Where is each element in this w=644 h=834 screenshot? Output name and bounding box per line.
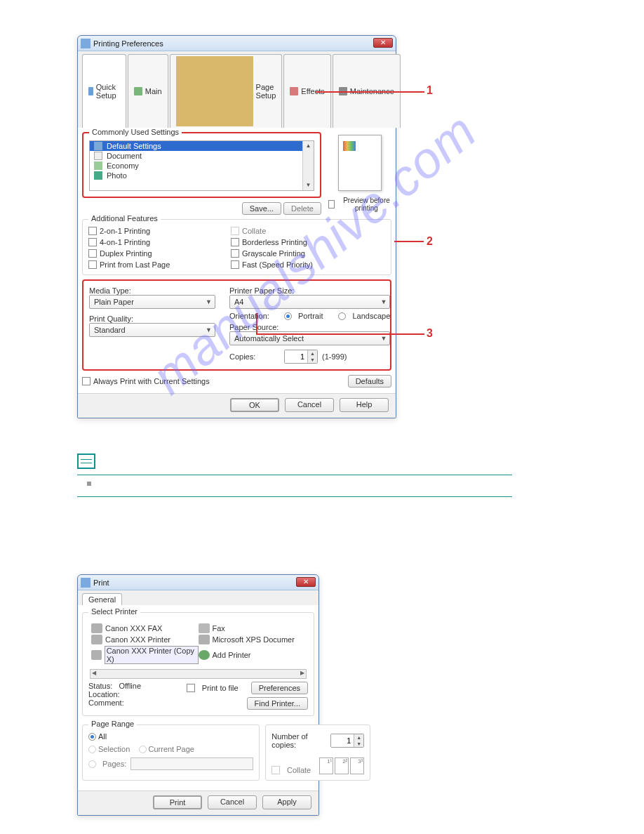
- callout-3: 3: [427, 327, 433, 340]
- label-fast: Fast (Speed Priority): [242, 260, 313, 269]
- item-icon: [94, 152, 102, 160]
- close-icon[interactable]: ✕: [296, 577, 316, 587]
- copies-input[interactable]: [285, 350, 307, 363]
- status-value: Offline: [119, 682, 141, 690]
- chk-always-print[interactable]: [82, 377, 90, 385]
- titlebar: Print ✕: [78, 575, 318, 590]
- printer-item-selected[interactable]: Canon XXX Printer (Copy X): [91, 645, 199, 665]
- copies-group: Number of copies: ▲▼ Collate 1¹ 2²: [265, 724, 370, 781]
- callout-2: 2: [427, 235, 433, 248]
- settings-listbox[interactable]: Default Settings Document Economy Photo …: [89, 140, 314, 191]
- list-item-economy[interactable]: Economy: [90, 161, 302, 171]
- printer-item[interactable]: Microsoft XPS Documer: [199, 634, 306, 645]
- help-button[interactable]: Help: [340, 398, 389, 412]
- radio-all[interactable]: [88, 733, 96, 741]
- tab-general[interactable]: General: [82, 593, 122, 605]
- list-item-photo[interactable]: Photo: [90, 171, 302, 180]
- num-copies-input[interactable]: [331, 734, 354, 747]
- label-landscape: Landscape: [352, 312, 390, 320]
- print-button[interactable]: Print: [153, 795, 202, 809]
- label-collate: Collate: [287, 766, 311, 774]
- num-copies-spinner[interactable]: ▲▼: [330, 734, 364, 748]
- pages-input: [130, 757, 253, 770]
- cancel-button[interactable]: Cancel: [208, 795, 257, 809]
- chk-2on1[interactable]: [88, 227, 97, 235]
- delete-button[interactable]: Delete: [283, 202, 321, 215]
- tab-main[interactable]: Main: [128, 54, 168, 128]
- location-label: Location:: [88, 690, 187, 699]
- preview-label: Preview before printing: [342, 197, 391, 212]
- label-selection: Selection: [98, 745, 130, 753]
- label-current: Current Page: [149, 745, 194, 753]
- paper-size-select[interactable]: A4▼: [229, 295, 390, 309]
- label-portrait: Portrait: [298, 312, 323, 320]
- apply-button[interactable]: Apply: [262, 795, 311, 809]
- radio-selection: [88, 746, 96, 753]
- preview-icon: [338, 135, 382, 191]
- additional-features-group: Additional Features 2-on-1 Printing 4-on…: [82, 219, 391, 275]
- comment-label: Comment:: [88, 699, 187, 707]
- tab-quick-setup[interactable]: Quick Setup: [82, 54, 126, 128]
- printer-item[interactable]: Canon XXX Printer: [91, 634, 199, 645]
- printer-icon: [91, 650, 102, 660]
- group-legend: Select Printer: [88, 607, 140, 616]
- label-duplex: Duplex Printing: [100, 249, 152, 258]
- media-type-label: Media Type:: [89, 286, 215, 295]
- media-type-select[interactable]: Plain Paper▼: [89, 295, 215, 309]
- label-lastpage: Print from Last Page: [100, 260, 170, 269]
- printer-item[interactable]: Fax: [199, 623, 306, 634]
- close-icon[interactable]: ✕: [373, 38, 393, 48]
- radio-portrait[interactable]: [284, 312, 292, 320]
- printer-icon: [91, 623, 102, 633]
- chk-print-to-file[interactable]: [187, 684, 195, 692]
- group-legend: Commonly Used Settings: [89, 128, 182, 136]
- chk-grayscale[interactable]: [231, 249, 239, 258]
- page-setup-icon: [176, 56, 253, 126]
- preview-checkbox[interactable]: [328, 200, 335, 208]
- save-button[interactable]: Save...: [242, 202, 281, 215]
- collate-icon: 1¹ 2² 3³: [319, 757, 364, 774]
- chk-collate-af: [231, 227, 239, 235]
- page-range-group: Page Range All Selection Current Page Pa…: [82, 724, 260, 781]
- list-item-document[interactable]: Document: [90, 151, 302, 161]
- chk-lastpage[interactable]: [88, 260, 97, 269]
- preferences-button[interactable]: Preferences: [251, 682, 308, 694]
- hscrollbar[interactable]: ◀▶: [90, 669, 307, 679]
- chk-borderless[interactable]: [231, 238, 239, 246]
- callout-1: 1: [427, 84, 433, 97]
- chk-duplex[interactable]: [88, 249, 97, 258]
- print-quality-label: Print Quality:: [89, 315, 215, 323]
- main-icon: [134, 87, 142, 95]
- printer-item[interactable]: Canon XXX FAX: [91, 623, 199, 634]
- copies-range: (1-999): [322, 352, 347, 361]
- find-printer-button[interactable]: Find Printer...: [247, 697, 308, 710]
- cancel-button[interactable]: Cancel: [285, 398, 334, 412]
- bullet-icon: [87, 482, 91, 486]
- tab-page-setup[interactable]: Page Setup: [170, 54, 283, 128]
- label-pages: Pages:: [102, 760, 126, 768]
- add-printer-item[interactable]: Add Printer: [199, 645, 306, 665]
- label-2on1: 2-on-1 Printing: [100, 227, 150, 235]
- window-icon: [81, 39, 90, 48]
- print-window: Print ✕ General Select Printer Canon XXX…: [77, 574, 319, 816]
- chk-fast[interactable]: [231, 260, 239, 269]
- print-quality-select[interactable]: Standard▼: [89, 323, 215, 337]
- label-all: All: [98, 732, 107, 741]
- radio-current: [139, 746, 147, 753]
- defaults-button[interactable]: Defaults: [348, 375, 391, 388]
- select-printer-group: Select Printer Canon XXX FAX Fax Canon X…: [82, 612, 314, 716]
- scrollbar[interactable]: ▲▼: [302, 141, 314, 190]
- copies-spinner[interactable]: ▲▼: [284, 350, 318, 364]
- tab-bar: Quick Setup Main Page Setup Effects Main…: [78, 51, 396, 128]
- window-title: Print: [93, 578, 109, 587]
- label-always-print: Always Print with Current Settings: [93, 377, 210, 385]
- list-item-default[interactable]: Default Settings: [90, 141, 302, 151]
- ok-button[interactable]: OK: [230, 398, 279, 412]
- fax-icon: [199, 623, 210, 633]
- radio-pages: [88, 760, 96, 768]
- radio-landscape[interactable]: [338, 312, 346, 320]
- titlebar: Printing Preferences ✕: [78, 36, 396, 51]
- chk-4on1[interactable]: [88, 238, 97, 246]
- group-legend: Page Range: [88, 720, 137, 728]
- label-borderless: Borderless Printing: [242, 238, 307, 246]
